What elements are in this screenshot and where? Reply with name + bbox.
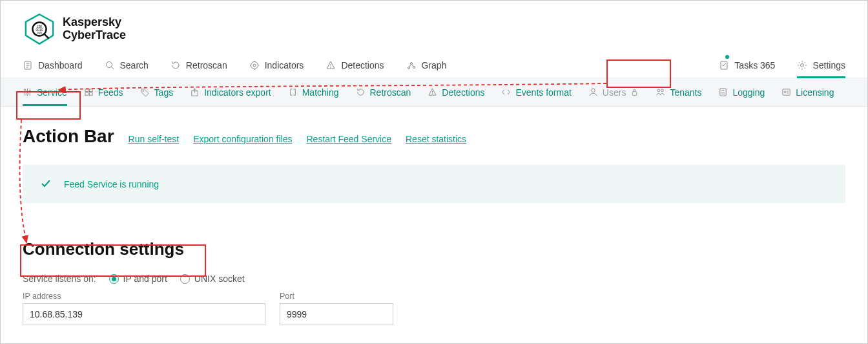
radio-unix-socket-label: UNIX socket bbox=[194, 274, 245, 284]
document-icon bbox=[23, 60, 33, 70]
subnav-logging-label: Logging bbox=[732, 87, 765, 98]
subnav-tenants[interactable]: Tenants bbox=[656, 78, 701, 106]
svg-point-43 bbox=[432, 94, 433, 95]
subnav-events-format-label: Events format bbox=[515, 87, 571, 98]
retroscan-icon bbox=[170, 60, 181, 70]
radio-unselected-icon bbox=[180, 274, 190, 284]
nav-search[interactable]: Search bbox=[105, 52, 149, 78]
subnav-tags-label: Tags bbox=[154, 87, 174, 98]
nav-indicators[interactable]: Indicators bbox=[249, 52, 304, 78]
svg-line-11 bbox=[111, 67, 114, 69]
radio-ip-and-port-label: IP and port bbox=[123, 274, 167, 284]
svg-point-10 bbox=[106, 61, 112, 67]
svg-rect-34 bbox=[85, 89, 88, 92]
nav-settings[interactable]: Settings bbox=[797, 52, 845, 78]
subnav-users: Users bbox=[588, 78, 639, 106]
svg-line-2 bbox=[44, 34, 48, 38]
nav-graph[interactable]: Graph bbox=[406, 52, 447, 78]
licensing-icon bbox=[781, 87, 791, 97]
action-reset-stats[interactable]: Reset statistics bbox=[406, 134, 466, 144]
svg-point-53 bbox=[785, 91, 787, 93]
subnav-events-format[interactable]: Events format bbox=[501, 78, 571, 106]
connection-fields: IP address Port bbox=[23, 292, 845, 325]
retroscan-icon bbox=[356, 87, 366, 97]
connection-settings-title: Connection settings bbox=[23, 239, 845, 259]
action-export-config[interactable]: Export configuration files bbox=[193, 134, 292, 144]
svg-point-32 bbox=[26, 93, 28, 95]
svg-line-24 bbox=[409, 64, 411, 67]
svg-point-27 bbox=[801, 63, 804, 67]
nav-graph-label: Graph bbox=[422, 60, 447, 70]
brand-line1: Kaspersky bbox=[63, 16, 126, 29]
subnav-logging[interactable]: Logging bbox=[718, 78, 765, 106]
nav-dashboard-label: Dashboard bbox=[38, 60, 83, 70]
logging-icon bbox=[718, 87, 728, 97]
subnav-tags[interactable]: Tags bbox=[140, 78, 174, 106]
ip-field: IP address bbox=[23, 292, 265, 325]
feeds-icon bbox=[84, 87, 94, 97]
subnav-licensing[interactable]: Licensing bbox=[781, 78, 834, 106]
subnav-service-label: Service bbox=[37, 87, 67, 98]
svg-line-25 bbox=[412, 64, 413, 67]
nav-tasks[interactable]: Tasks 365 bbox=[719, 52, 775, 78]
primary-nav: Dashboard Search Retroscan Indicators De… bbox=[1, 52, 867, 78]
svg-point-33 bbox=[29, 91, 31, 92]
svg-point-31 bbox=[24, 89, 26, 91]
subnav-matching-label: Matching bbox=[302, 87, 339, 98]
indicators-icon bbox=[249, 60, 260, 70]
subnav-detections[interactable]: Detections bbox=[428, 78, 484, 106]
nav-dashboard[interactable]: Dashboard bbox=[23, 52, 83, 78]
nav-detections-label: Detections bbox=[341, 60, 384, 70]
port-input[interactable] bbox=[280, 303, 393, 325]
events-format-icon bbox=[501, 87, 511, 97]
radio-ip-and-port[interactable]: IP and port bbox=[109, 274, 167, 284]
tag-icon bbox=[140, 87, 150, 97]
port-label: Port bbox=[280, 292, 393, 301]
nav-settings-label: Settings bbox=[812, 60, 845, 70]
subnav-matching[interactable]: Matching bbox=[288, 78, 339, 106]
listens-on-label: Service listens on: bbox=[23, 274, 96, 284]
action-run-self-test[interactable]: Run self-test bbox=[129, 134, 180, 144]
svg-point-38 bbox=[142, 91, 143, 92]
brand-line2: CyberTrace bbox=[63, 29, 126, 42]
svg-rect-45 bbox=[633, 92, 637, 96]
detections-icon bbox=[326, 60, 336, 70]
subnav-retroscan[interactable]: Retroscan bbox=[356, 78, 411, 106]
ip-input[interactable] bbox=[23, 303, 265, 325]
subnav-feeds[interactable]: Feeds bbox=[84, 78, 123, 106]
nav-retroscan-label: Retroscan bbox=[186, 60, 227, 70]
status-message: Feed Service is running bbox=[64, 179, 159, 189]
subnav-users-label: Users bbox=[603, 87, 626, 98]
search-icon bbox=[105, 60, 115, 70]
port-field: Port bbox=[280, 292, 393, 325]
sub-nav: Service Feeds Tags Indicators export Mat… bbox=[1, 78, 867, 107]
nav-detections[interactable]: Detections bbox=[326, 52, 384, 78]
nav-tasks-label: Tasks 365 bbox=[734, 60, 775, 70]
svg-point-22 bbox=[410, 62, 412, 64]
content-area: Action Bar Run self-test Export configur… bbox=[1, 107, 867, 325]
radio-selected-icon bbox=[109, 274, 119, 284]
svg-point-44 bbox=[592, 89, 595, 92]
nav-retroscan[interactable]: Retroscan bbox=[170, 52, 227, 78]
action-bar-title: Action Bar bbox=[23, 126, 114, 147]
svg-text:010: 010 bbox=[37, 32, 42, 35]
export-icon bbox=[190, 87, 200, 97]
subnav-licensing-label: Licensing bbox=[796, 87, 834, 98]
subnav-indicators-export[interactable]: Indicators export bbox=[190, 78, 271, 106]
svg-rect-37 bbox=[89, 92, 92, 95]
tasks-icon bbox=[719, 60, 729, 70]
svg-point-20 bbox=[331, 67, 332, 68]
brand-shield-icon: 100 0010 010 bbox=[23, 12, 56, 46]
action-restart-feed[interactable]: Restart Feed Service bbox=[306, 134, 391, 144]
sliders-icon bbox=[23, 87, 32, 97]
radio-unix-socket[interactable]: UNIX socket bbox=[180, 274, 245, 284]
svg-point-12 bbox=[251, 61, 258, 69]
tasks-badge-icon bbox=[725, 55, 729, 59]
svg-rect-35 bbox=[89, 89, 92, 92]
subnav-indicators-export-label: Indicators export bbox=[204, 87, 271, 98]
lock-icon bbox=[630, 88, 639, 96]
subnav-service[interactable]: Service bbox=[23, 78, 67, 106]
brand-header: 100 0010 010 Kaspersky CyberTrace bbox=[1, 1, 867, 52]
svg-point-46 bbox=[657, 89, 660, 92]
tenants-icon bbox=[656, 87, 665, 97]
